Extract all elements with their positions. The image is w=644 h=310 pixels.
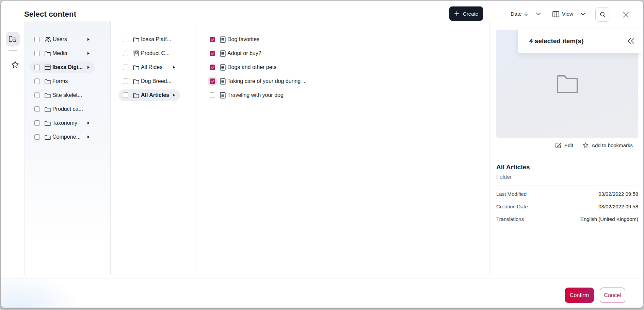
checkbox-checked[interactable]: [210, 51, 215, 56]
column-divider: [331, 21, 331, 275]
tree-item-taking-care-of-your-dog-during[interactable]: Taking care of your dog during ...: [205, 75, 328, 87]
tree-item-compone[interactable]: Compone...: [30, 131, 95, 143]
detail-row-last-modified: Last Modified03/02/2022 09:58: [496, 190, 638, 197]
item-label: Product C...: [141, 50, 170, 56]
search-icon: [599, 11, 606, 18]
checkbox-checked[interactable]: [210, 79, 215, 84]
item-label: Taxonomy: [52, 120, 77, 126]
folder-icon: [133, 93, 139, 98]
plus-icon: [454, 11, 460, 16]
checkbox-unchecked[interactable]: [123, 65, 128, 70]
tree-item-forms[interactable]: Forms: [30, 75, 95, 87]
checkbox-unchecked[interactable]: [34, 51, 40, 56]
edit-button[interactable]: Edit: [555, 142, 573, 149]
folder-icon: [133, 37, 139, 42]
tree-item-all-rides[interactable]: All Rides: [118, 62, 180, 73]
item-type: Folder: [496, 174, 512, 180]
item-label: Compone...: [52, 134, 81, 140]
caret-right-icon[interactable]: [87, 66, 90, 69]
checkbox-unchecked[interactable]: [34, 92, 40, 98]
item-label: Site skelet...: [52, 92, 82, 98]
modal-footer: Confirm Cancel: [1, 278, 643, 308]
tree-item-product-c[interactable]: Product C...: [118, 48, 180, 59]
item-label: All Articles: [141, 92, 169, 98]
tree-item-adopt-or-buy[interactable]: Adopt or buy?: [205, 48, 328, 59]
star-icon: [582, 142, 589, 148]
article-icon: [220, 92, 226, 99]
detail-value: English (United Kingdom): [580, 216, 638, 222]
folder-icon: [133, 79, 139, 84]
create-button[interactable]: Create: [449, 6, 483, 21]
article-icon: [220, 78, 226, 85]
close-button[interactable]: [622, 10, 630, 19]
edit-icon: [555, 142, 562, 149]
select-content-modal: Select content Create Date View UsersMed…: [1, 1, 643, 308]
tree-item-users[interactable]: Users: [30, 34, 95, 45]
item-label: Users: [53, 36, 67, 42]
sort-chevron[interactable]: [536, 1, 541, 27]
edit-label: Edit: [564, 142, 573, 148]
tree-item-all-articles[interactable]: All Articles: [118, 89, 180, 101]
checkbox-unchecked[interactable]: [34, 65, 40, 70]
checkbox-unchecked[interactable]: [123, 92, 128, 98]
detail-label: Translations: [496, 216, 524, 222]
checkbox-checked[interactable]: [210, 65, 215, 70]
checkbox-unchecked[interactable]: [210, 92, 215, 98]
sidebar-item-bookmarks[interactable]: [8, 57, 22, 71]
search-button[interactable]: [595, 7, 610, 22]
cancel-button[interactable]: Cancel: [600, 288, 625, 303]
tree-item-traveling-with-your-dog[interactable]: Traveling with your dog: [205, 89, 328, 101]
column-divider: [489, 21, 489, 275]
caret-right-icon[interactable]: [87, 38, 90, 41]
checkbox-unchecked[interactable]: [34, 37, 40, 42]
item-name: All Articles: [496, 163, 530, 171]
tree-item-ibexa-platf[interactable]: Ibexa Platf...: [118, 34, 180, 45]
checkbox-unchecked[interactable]: [123, 51, 128, 56]
item-label: Dogs and other pets: [227, 64, 276, 70]
caret-right-icon[interactable]: [87, 121, 90, 125]
checkbox-unchecked[interactable]: [34, 79, 40, 84]
sidebar-item-browse[interactable]: [6, 32, 20, 46]
tree-item-dogs-and-other-pets[interactable]: Dogs and other pets: [205, 62, 328, 73]
folder-icon: [45, 93, 51, 98]
selected-count: 4 selected item(s): [529, 37, 583, 45]
tree-item-taxonomy[interactable]: Taxonomy: [30, 117, 95, 129]
item-label: All Rides: [141, 64, 162, 70]
tree-item-dog-favorites[interactable]: Dog favorites: [205, 34, 328, 45]
columns-view-icon: [552, 11, 559, 17]
view-dropdown[interactable]: View: [552, 1, 573, 27]
create-button-label: Create: [463, 11, 478, 17]
caret-right-icon[interactable]: [173, 93, 175, 97]
checkbox-unchecked[interactable]: [34, 120, 40, 126]
folder-preview-icon: [557, 75, 578, 93]
caret-right-icon[interactable]: [87, 135, 90, 139]
detail-label: Creation Date: [496, 204, 528, 209]
tree-item-site-skelet[interactable]: Site skelet...: [30, 89, 95, 101]
checkbox-unchecked[interactable]: [34, 106, 40, 112]
checkbox-unchecked[interactable]: [123, 37, 128, 42]
checkbox-unchecked[interactable]: [34, 134, 40, 140]
tree-item-dog-breed[interactable]: Dog Breed...: [118, 75, 180, 87]
item-details: Last Modified03/02/2022 09:58Creation Da…: [496, 190, 638, 228]
collapse-panel-icon[interactable]: [627, 38, 635, 44]
sort-dropdown[interactable]: Date: [511, 1, 528, 27]
chevron-down-icon: [581, 13, 585, 15]
article-icon: [220, 36, 226, 43]
confirm-button[interactable]: Confirm: [565, 288, 594, 303]
tree-column-3: Dog favoritesAdopt or buy?Dogs and other…: [205, 34, 328, 103]
add-to-bookmarks-label: Add to bookmarks: [592, 142, 633, 148]
tree-item-ibexa-digi[interactable]: Ibexa Digi...: [30, 62, 95, 73]
detail-row-translations: TranslationsEnglish (United Kingdom): [496, 215, 638, 223]
add-to-bookmarks-button[interactable]: Add to bookmarks: [582, 142, 633, 148]
checkbox-checked[interactable]: [210, 37, 215, 42]
checkbox-unchecked[interactable]: [123, 79, 128, 84]
tree-item-product-ca[interactable]: Product ca...: [30, 103, 95, 115]
folder-icon: [45, 51, 51, 56]
caret-right-icon[interactable]: [87, 52, 90, 55]
view-chevron[interactable]: [581, 1, 585, 27]
folder-icon: [45, 107, 51, 112]
detail-row-creation-date: Creation Date03/02/2022 09:58: [496, 203, 638, 210]
tree-item-media[interactable]: Media: [30, 48, 95, 59]
caret-right-icon[interactable]: [173, 66, 175, 69]
folder-icon: [133, 65, 139, 70]
